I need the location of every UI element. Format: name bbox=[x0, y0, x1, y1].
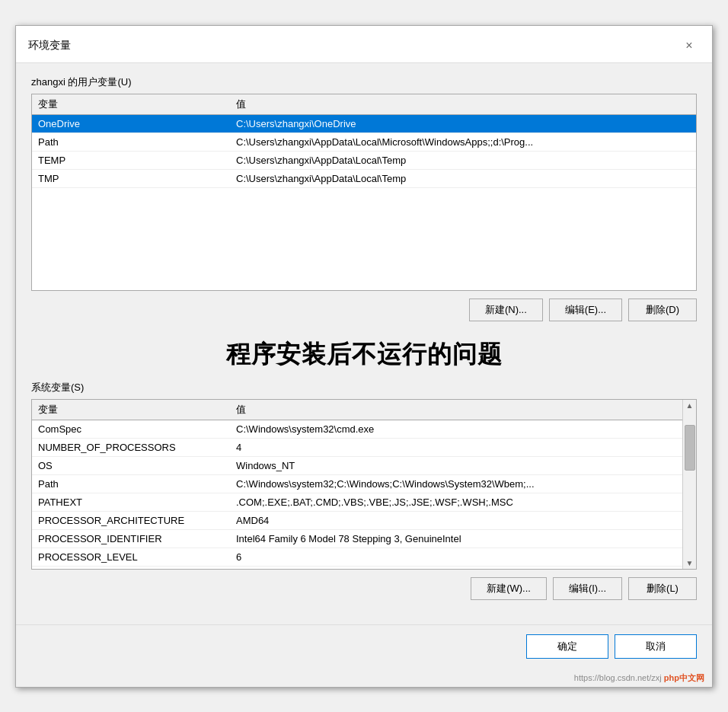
system-new-button[interactable]: 新建(W)... bbox=[471, 577, 547, 600]
user-delete-button[interactable]: 删除(D) bbox=[628, 299, 697, 321]
table-row[interactable]: TMPC:\Users\zhangxi\AppData\Local\Temp bbox=[32, 170, 696, 188]
environment-variables-dialog: 环境变量 × zhangxi 的用户变量(U) 变量 值 OneDriveC:\… bbox=[15, 25, 713, 688]
system-scrollbar[interactable]: ▲ ▼ bbox=[682, 400, 696, 569]
system-delete-button[interactable]: 删除(L) bbox=[628, 577, 697, 600]
footer-url: https://blog.csdn.net/zxj bbox=[574, 673, 662, 682]
user-variables-table: 变量 值 OneDriveC:\Users\zhangxi\OneDrivePa… bbox=[31, 94, 697, 291]
user-table-body: OneDriveC:\Users\zhangxi\OneDrivePathC:\… bbox=[32, 115, 696, 290]
user-btn-row: 新建(N)... 编辑(E)... 删除(D) bbox=[31, 299, 697, 321]
user-col-val-header: 值 bbox=[236, 97, 690, 111]
ok-button[interactable]: 确定 bbox=[526, 634, 608, 659]
system-section-label: 系统变量(S) bbox=[31, 381, 697, 394]
cancel-button[interactable]: 取消 bbox=[615, 634, 697, 659]
footer-watermark: https://blog.csdn.net/zxj php中文网 bbox=[16, 671, 712, 687]
table-row[interactable]: OSWindows_NT bbox=[32, 457, 682, 475]
system-col-var-header: 变量 bbox=[38, 403, 236, 417]
table-row[interactable]: PROCESSOR_IDENTIFIERIntel64 Family 6 Mod… bbox=[32, 530, 682, 548]
user-new-button[interactable]: 新建(N)... bbox=[469, 299, 543, 321]
system-table-scroll-area: ComSpecC:\Windows\system32\cmd.exeNUMBER… bbox=[32, 420, 696, 569]
table-row[interactable]: TEMPC:\Users\zhangxi\AppData\Local\Temp bbox=[32, 152, 696, 170]
system-table-body: ComSpecC:\Windows\system32\cmd.exeNUMBER… bbox=[32, 420, 682, 569]
system-col-val-header: 值 bbox=[236, 403, 690, 417]
scrollbar-thumb[interactable] bbox=[685, 425, 695, 471]
title-bar: 环境变量 × bbox=[16, 26, 712, 63]
system-variables-table: 变量 值 ComSpecC:\Windows\system32\cmd.exeN… bbox=[31, 399, 697, 570]
user-section-label: zhangxi 的用户变量(U) bbox=[31, 75, 697, 89]
table-row[interactable]: PROCESSOR_ARCHITECTUREAMD64 bbox=[32, 512, 682, 530]
user-col-var-header: 变量 bbox=[38, 97, 236, 111]
close-button[interactable]: × bbox=[679, 35, 700, 56]
system-btn-row: 新建(W)... 编辑(I)... 删除(L) bbox=[31, 577, 697, 600]
user-table-header: 变量 值 bbox=[32, 94, 696, 115]
table-row[interactable]: PATHEXT.COM;.EXE;.BAT;.CMD;.VBS;.VBE;.JS… bbox=[32, 493, 682, 512]
table-row[interactable]: ComSpecC:\Windows\system32\cmd.exe bbox=[32, 420, 682, 439]
system-edit-button[interactable]: 编辑(I)... bbox=[553, 577, 622, 600]
table-row[interactable]: PathC:\Windows\system32;C:\Windows;C:\Wi… bbox=[32, 475, 682, 493]
overlay-text: 程序安装后不运行的问题 bbox=[31, 334, 697, 381]
footer-logo: php中文网 bbox=[664, 673, 704, 682]
dialog-title: 环境变量 bbox=[28, 39, 71, 53]
table-row[interactable]: NUMBER_OF_PROCESSORS4 bbox=[32, 439, 682, 457]
table-row[interactable]: OneDriveC:\Users\zhangxi\OneDrive bbox=[32, 115, 696, 133]
system-table-header: 变量 值 bbox=[32, 400, 696, 420]
table-row[interactable]: PROCESSOR_LEVEL6 bbox=[32, 548, 682, 567]
dialog-body: zhangxi 的用户变量(U) 变量 值 OneDriveC:\Users\z… bbox=[16, 63, 712, 624]
bottom-btn-row: 确定 取消 bbox=[16, 624, 712, 671]
table-row[interactable]: PathC:\Users\zhangxi\AppData\Local\Micro… bbox=[32, 133, 696, 152]
user-edit-button[interactable]: 编辑(E)... bbox=[549, 299, 622, 321]
